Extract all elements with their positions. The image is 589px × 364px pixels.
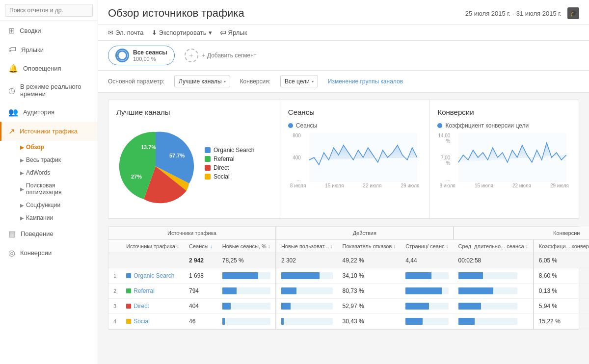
conversions-chart-title: Конверсии [437,108,571,116]
legend-item-direct: Direct [205,164,254,171]
sidebar-item-label: Конверсии [20,249,52,257]
conversion-select[interactable]: Все цели ▾ [280,76,318,87]
cell-bounce-rate: 80,73 % [338,284,401,299]
totals-bounce-rate: 49,22 % [338,253,401,268]
table-group-headers: Источники трафика Действия Конверсии [108,227,589,240]
totals-sessions: 2 942 [184,253,217,268]
chart-legend: Organic Search Referral Direct Soci [205,147,254,182]
th-bounce-rate[interactable]: Показатель отказов [338,240,401,253]
pie-chart-panel: Лучшие каналы 57.7% 13.7% 2 [108,100,280,218]
conv-x-label-3: 22 июля [512,183,531,188]
sidebar-sub-item-soicfunkcii[interactable]: ▶ Соцфункции [5,199,98,211]
cell-new-sessions-bar [217,268,276,284]
legend-label-direct: Direct [214,164,229,171]
channel-link[interactable]: Social [126,318,179,325]
segments-bar: Все сеансы 100,00 % + + Добавить сегмент [98,41,589,71]
th-conv-rate[interactable]: Коэффици... конверсии цели [534,240,589,253]
arrow-icon: ▶ [20,157,24,163]
sessions-x-labels: 8 июля 15 июля 22 июля 29 июля [288,183,422,188]
sidebar-item-label: Сводки [20,27,41,34]
totals-new-sessions-pct: 78,25 % [217,253,276,268]
th-avg-duration[interactable]: Сред. длительно... сеанса [454,240,534,253]
sidebar-sub-item-adwords[interactable]: ▶ AdWords [5,166,98,179]
th-new-sessions-pct[interactable]: Новые сеансы, % [217,240,276,253]
sidebar-sub-item-label: Обзор [26,144,44,151]
cell-sessions: 1 698 [184,268,217,284]
sidebar-item-istochniki[interactable]: ↗ Источники трафика [0,122,98,141]
cell-pages-bar [401,284,453,299]
change-group-link[interactable]: Изменение группы каналов [328,78,403,85]
tag-button[interactable]: 🏷 Ярлык [220,29,247,36]
channel-color-square [126,304,131,309]
add-segment-button[interactable]: + + Добавить сегмент [185,49,257,62]
sidebar-sub-item-kampanii[interactable]: ▶ Кампании [5,211,98,224]
segment-label: Все сеансы [133,49,167,56]
traffic-icon: ↗ [8,127,15,136]
sidebar-item-yarlyky[interactable]: 🏷 Ярлыки [0,40,98,59]
conv-y-min: ... [437,177,450,182]
cell-new-users-bar [276,268,338,284]
conversions-legend: Коэффициент конверсии цели [437,122,571,129]
grid-icon: ⊞ [8,26,15,35]
page-header: Обзор источников трафика 25 июля 2015 г.… [98,0,589,25]
channel-color-square [126,288,131,293]
page-title: Обзор источников трафика [108,7,244,20]
channel-link[interactable]: Referral [126,287,179,294]
sessions-legend-label: Сеансы [296,122,317,129]
channel-color-square [126,273,131,278]
chevron-down-icon: ▾ [312,79,314,84]
totals-rank [108,253,121,268]
sidebar-sub-item-obzor[interactable]: ▶ Обзор [5,141,98,154]
sessions-chart-panel: Сеансы Сеансы 800 400 ... [280,100,430,218]
th-sessions[interactable]: Сеансы [184,240,217,253]
legend-label-referral: Referral [214,156,235,162]
sidebar-item-povedenie[interactable]: ▤ Поведение [0,224,98,243]
svg-text:27%: 27% [131,174,142,180]
pie-container: 57.7% 13.7% 27% Organic Search Referral [116,122,272,210]
cell-sessions: 404 [184,299,217,314]
channel-link[interactable]: Direct [126,303,179,310]
sidebar-sub-item-label: Соцфункции [26,202,60,208]
export-button[interactable]: ⬇ Экспортировать ▾ [152,29,212,36]
cell-sessions: 46 [184,314,217,329]
sidebar-item-label: В режиме реального времени [20,83,91,98]
th-new-users[interactable]: Новые пользоват... [276,240,338,253]
sidebar-item-realtime[interactable]: ◷ В режиме реального времени [0,78,98,103]
sidebar-item-label: Ярлыки [21,46,44,53]
cell-new-sessions-bar [217,299,276,314]
y-mid: 400 [288,155,301,160]
sidebar-item-auditoriya[interactable]: 👥 Аудитория [0,103,98,122]
sidebar-item-opovescheniya[interactable]: 🔔 Оповещения [0,59,98,78]
sidebar-item-konversii[interactable]: ◎ Конверсии [0,243,98,262]
channel-link[interactable]: Organic Search [126,272,179,279]
sidebar-item-label: Источники трафика [20,128,78,135]
email-button[interactable]: ✉ Эл. почта [108,29,144,36]
sidebar-item-label: Оповещения [23,65,61,72]
all-sessions-segment[interactable]: Все сеансы 100,00 % [108,46,175,65]
conversion-label: Конверсия: [240,78,270,85]
clock-icon: ◷ [8,86,15,95]
totals-conv-rate: 6,05 % [534,253,589,268]
conversions-y-axis: 14,00 % 7,00 % ... [437,133,452,182]
arrow-icon: ▶ [20,170,24,176]
cell-conv-rate: 5,94 % [534,299,589,314]
th-pages-session[interactable]: Страниц/ сеанс [401,240,453,253]
th-channel[interactable]: Источники трафика [121,240,184,253]
sidebar-sub-item-ves-trafik[interactable]: ▶ Весь трафик [5,154,98,166]
cell-channel: Organic Search [121,268,184,284]
sidebar-item-svodki[interactable]: ⊞ Сводки [0,21,98,40]
primary-param-select[interactable]: Лучшие каналы ▾ [174,76,230,87]
sidebar-item-label: Поведение [21,230,54,237]
sidebar-sub-item-poiskovaya[interactable]: ▶ Поисковая оптимизация [5,179,98,199]
export-icon: ⬇ [152,29,157,36]
actions-group-header: Действия [276,227,454,240]
cell-avg-duration-bar [454,284,534,299]
search-input[interactable] [5,4,93,17]
cell-channel: Direct [121,299,184,314]
arrow-icon: ▶ [20,145,24,150]
y-min: ... [288,177,301,182]
legend-item-social: Social [205,173,254,180]
date-range: 25 июля 2015 г. - 31 июля 2015 г. [465,10,562,17]
sidebar-sub-item-label: Весь трафик [26,156,61,163]
sidebar-search-container [0,0,98,21]
